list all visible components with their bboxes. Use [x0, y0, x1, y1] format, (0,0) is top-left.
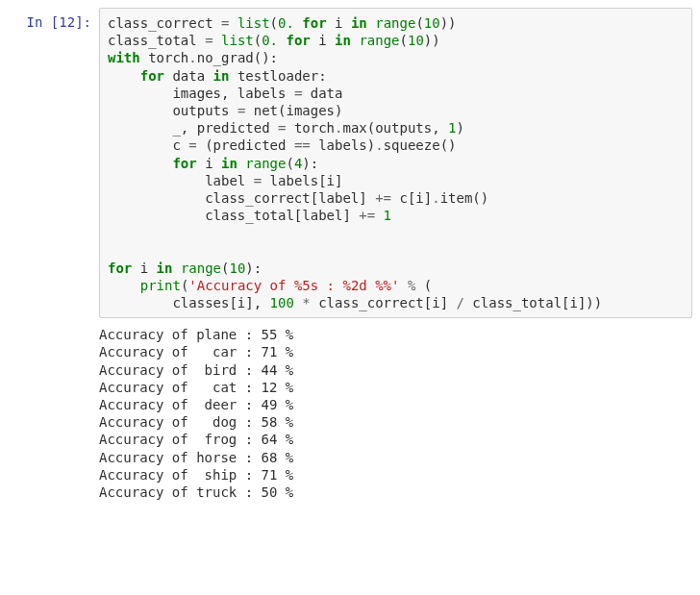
code-token: range: [181, 260, 221, 276]
code-token: [367, 15, 375, 31]
code-token: item(): [440, 190, 489, 206]
code-token: in: [213, 68, 230, 84]
code-token: /: [456, 295, 463, 310]
code-token: in: [157, 260, 173, 276]
code-token: ):: [302, 156, 318, 171]
code-token: labels): [311, 137, 375, 153]
code-token: =: [254, 173, 262, 188]
output-line: Accuracy of dog : 58 %: [99, 414, 293, 430]
output-line: Accuracy of car : 71 %: [99, 344, 293, 359]
code-token: c: [172, 137, 188, 153]
code-token: )): [440, 15, 457, 31]
code-token: class_total: [108, 33, 205, 48]
code-token: (: [415, 15, 423, 31]
code-token: [108, 137, 172, 153]
output-line: Accuracy of deer : 49 %: [99, 397, 293, 412]
code-token: for: [140, 68, 164, 84]
code-token: class_total[i])): [464, 295, 602, 310]
code-token: [108, 68, 140, 84]
code-token: for: [302, 15, 326, 31]
code-token: 0.: [278, 15, 294, 31]
code-block[interactable]: class_correct = list(0. for i in range(1…: [108, 14, 684, 311]
code-token: images, labels: [172, 86, 293, 101]
code-token: with: [108, 50, 140, 65]
code-token: in: [351, 15, 367, 31]
code-token: (: [286, 156, 293, 171]
output-line: Accuracy of plane : 55 %: [99, 327, 293, 342]
code-token: data: [302, 86, 342, 101]
code-token: for: [172, 156, 196, 171]
code-cell: In [12]: class_correct = list(0. for i i…: [8, 8, 692, 318]
code-token: label: [205, 173, 254, 188]
code-token: [375, 208, 383, 223]
code-token: i: [197, 156, 221, 171]
code-token: net(images): [245, 103, 342, 118]
output-line: Accuracy of horse : 68 %: [99, 450, 293, 465]
input-prompt: In [12]:: [8, 8, 99, 37]
code-token: [399, 278, 407, 293]
output-line: Accuracy of ship : 71 %: [99, 467, 293, 483]
code-token: list: [238, 15, 270, 31]
output-line: Accuracy of cat : 12 %: [99, 380, 293, 395]
code-token: .: [375, 137, 383, 153]
code-token: print: [140, 278, 181, 293]
code-token: class_correct[i]: [311, 295, 457, 310]
code-token: ):: [245, 260, 262, 276]
code-token: 10: [229, 260, 245, 276]
code-token: class_correct: [108, 15, 221, 31]
code-token: i: [132, 260, 156, 276]
code-token: classes[i],: [172, 295, 269, 310]
code-token: .: [188, 50, 196, 65]
code-input-area[interactable]: class_correct = list(0. for i in range(1…: [99, 8, 692, 318]
code-token: data: [164, 68, 213, 84]
output-cell: Out[12]: Accuracy of plane : 55 % Accura…: [8, 318, 692, 507]
code-token: for: [286, 33, 310, 48]
code-token: [108, 208, 205, 223]
code-token: ): [456, 120, 463, 136]
code-token: [108, 156, 172, 171]
code-token: ==: [294, 137, 311, 153]
code-token: 0.: [262, 33, 278, 48]
code-token: (: [254, 33, 262, 48]
code-token: torch: [286, 120, 335, 136]
code-token: =: [205, 33, 212, 48]
code-token: testloader:: [229, 68, 326, 84]
code-token: i: [327, 15, 351, 31]
code-token: *: [302, 295, 310, 310]
code-token: 10: [408, 33, 424, 48]
code-token: [108, 86, 172, 101]
code-token: [172, 260, 180, 276]
code-token: [229, 15, 237, 31]
code-token: outputs: [172, 103, 237, 118]
code-token: [213, 33, 221, 48]
code-token: labels[i]: [262, 173, 342, 188]
code-token: +=: [375, 190, 391, 206]
code-token: [108, 190, 205, 206]
code-token: range: [245, 156, 286, 171]
code-token: class_correct[label]: [205, 190, 375, 206]
code-token: [108, 173, 205, 188]
code-token: no_grad():: [197, 50, 278, 65]
output-text: Accuracy of plane : 55 % Accuracy of car…: [99, 326, 685, 501]
code-token: in: [335, 33, 351, 48]
code-token: _, predicted: [172, 120, 278, 136]
code-token: [108, 295, 172, 310]
code-token: .: [432, 190, 439, 206]
code-token: (: [270, 15, 278, 31]
code-token: for: [108, 260, 132, 276]
code-token: 'Accuracy of %5s : %2d %%': [188, 278, 399, 293]
code-token: [108, 120, 172, 136]
code-token: +=: [359, 208, 375, 223]
output-line: Accuracy of truck : 50 %: [99, 484, 293, 500]
code-token: =: [188, 137, 196, 153]
code-token: [108, 103, 172, 118]
code-token: i: [311, 33, 335, 48]
code-token: 100: [270, 295, 294, 310]
code-token: range: [375, 15, 415, 31]
code-output-area: Accuracy of plane : 55 % Accuracy of car…: [99, 318, 692, 507]
code-token: (predicted: [197, 137, 294, 153]
output-line: Accuracy of frog : 64 %: [99, 432, 293, 447]
code-token: list: [221, 33, 254, 48]
code-token: [108, 278, 140, 293]
code-token: 10: [424, 15, 440, 31]
